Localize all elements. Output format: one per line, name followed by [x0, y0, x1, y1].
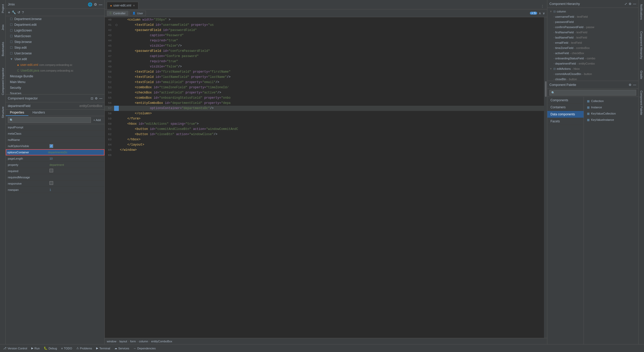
inspector-close-icon[interactable]: — [99, 97, 102, 100]
h-item-onboardingstatusfield[interactable]: · onboardingStatusField - combo [547, 56, 638, 61]
status-services[interactable]: ☁ Services [112, 344, 131, 352]
breadcrumb-form[interactable]: form [130, 340, 136, 343]
controller-tab[interactable]: C Controller [107, 11, 128, 16]
h-item-confirmpasswordfield[interactable]: · confirmPasswordField - passw [547, 24, 638, 30]
code-line-63: 63 </hbox> [105, 137, 544, 142]
status-debug[interactable]: 🐛 Debug [42, 344, 59, 352]
status-todo[interactable]: ≡ TODO [59, 344, 74, 352]
h-item-lastnamefield[interactable]: · lastNameField - textField [547, 35, 638, 40]
palette-cat-components[interactable]: Components [547, 97, 584, 104]
add-icon[interactable]: + [8, 10, 10, 15]
tree-item-main-menu[interactable]: Main Menu [6, 79, 104, 85]
palette-item-instance[interactable]: ▦ Instance [585, 104, 637, 110]
tree-item-mainscreen[interactable]: ☐ MainScreen [6, 33, 104, 39]
palette-item-keyvalueinstance[interactable]: ▦ KeyValueInstance [585, 117, 637, 123]
tab-properties[interactable]: Properties [6, 110, 28, 116]
h-item-timezonefield[interactable]: · timeZoneField - comboBox [547, 45, 638, 51]
tree-item-sources[interactable]: Sources [6, 91, 104, 94]
breadcrumb-entitycombobox[interactable]: entityComboBox [151, 340, 172, 343]
hierarchy-settings-icon[interactable]: ⚙ [629, 2, 631, 6]
h-item-emailfield[interactable]: · emailField - textField [547, 40, 638, 45]
settings-tool-icon[interactable]: 🔧 [12, 10, 16, 14]
hierarchy-minimize-icon[interactable]: — [633, 2, 636, 6]
h-item-firstnamefield[interactable]: · firstNameField - textField [547, 30, 638, 35]
tree-item-step-edit[interactable]: ☐ Step.edit [6, 45, 104, 51]
tab-handlers[interactable]: Handlers [28, 110, 49, 116]
editor-more-btn[interactable]: ⋮ [540, 3, 545, 9]
h-item-activefield[interactable]: · activeField - checkBox [547, 51, 638, 56]
checkbox-unchecked-2[interactable] [49, 181, 53, 185]
user-tab[interactable]: 👤 User [129, 11, 146, 16]
tree-item-loginscreen[interactable]: ☐ LoginScreen [6, 28, 104, 33]
file-name: Step.edit [14, 46, 27, 49]
inspector-panel-icon[interactable]: ⊡ [91, 97, 93, 100]
h-item-departmentfield[interactable]: · departmentField - entityCombo [547, 61, 638, 66]
tab-close-btn[interactable]: ✕ [133, 4, 135, 7]
minimize-icon[interactable]: — [99, 2, 102, 7]
breadcrumb-column[interactable]: column [139, 340, 148, 343]
inspector-settings-icon[interactable]: ⚙ [95, 97, 98, 100]
checkbox-checked[interactable]: ✓ [49, 144, 53, 148]
badge-count[interactable]: ✓ 5 [530, 12, 537, 15]
prop-row-optionscontainer[interactable]: optionsContainer departmentsDc [6, 149, 104, 155]
tree-item-security[interactable]: Security [6, 85, 104, 91]
status-run[interactable]: ▶ Run [29, 344, 42, 352]
editor-tab-bar: ■ user-edit.xml ✕ ⋮ [105, 0, 547, 9]
palette-minimize-icon[interactable]: — [633, 83, 636, 87]
h-item-name: editActions [557, 67, 571, 70]
h-item-editactions[interactable]: ▼ ⊟ editActions - hbox [547, 66, 638, 71]
jmix-tab[interactable]: Jmix [1, 21, 5, 34]
help-icon[interactable]: ? [22, 10, 24, 14]
status-terminal[interactable]: ▶ Terminal [94, 344, 112, 352]
hierarchy-expand-icon[interactable]: ⤢ [624, 2, 627, 6]
h-item-usernamefield[interactable]: · usernameField - textField [547, 14, 638, 19]
component-palette-side-tab[interactable]: Component Palette [639, 87, 644, 118]
palette-cat-facets[interactable]: Facets [547, 118, 584, 125]
prop-name: property [8, 163, 49, 166]
settings-icon[interactable]: ⚙ [94, 2, 97, 7]
inspector-search-input[interactable] [8, 117, 91, 123]
line-gutter [114, 137, 119, 142]
line-num: 46 [105, 48, 114, 54]
palette-settings-icon[interactable]: ⚙ [629, 83, 631, 87]
add-property-button[interactable]: + Add [92, 118, 102, 122]
tree-item-user-edit[interactable]: ▼ User.edit [6, 56, 104, 62]
palette-item-collection[interactable]: ▦ Collection [585, 98, 637, 104]
collapse-icon[interactable]: ∧ [539, 11, 541, 15]
tree-item-user-edit-java[interactable]: C UserEdit.java com.company.onboarding.s… [6, 68, 104, 73]
tree-item-department-edit[interactable]: ☐ Department.edit [6, 22, 104, 28]
tree-item-step-browse[interactable]: ☐ Step.browse [6, 39, 104, 45]
project-tab[interactable]: Project [1, 1, 5, 16]
palette-search-input[interactable] [549, 90, 636, 96]
status-version-control[interactable]: ⎇ Version Control [1, 344, 29, 352]
tree-item-message-bundle[interactable]: Message Bundle [6, 73, 104, 79]
status-dependencies[interactable]: ↔ Dependencies [131, 344, 158, 352]
h-item-column[interactable]: ▼ ⊟ column [547, 9, 638, 14]
expand-icon[interactable]: ∨ [543, 11, 545, 15]
line-num: 62 [105, 132, 114, 137]
bookmarks-tab[interactable]: Bookmarks [1, 39, 5, 59]
tree-item-user-browse[interactable]: ☐ User.browse [6, 51, 104, 56]
breadcrumb-layout[interactable]: layout [119, 340, 127, 343]
prop-value: ✓ [49, 144, 102, 148]
palette-cat-containers[interactable]: Containers [547, 104, 584, 111]
tree-item-user-edit-xml[interactable]: ■ user-edit.xml com.company.onboarding.s… [6, 62, 104, 68]
checkbox-unchecked[interactable] [49, 169, 53, 172]
h-item-passwordfield[interactable]: · passwordField [547, 19, 638, 24]
component-hierarchy-side-tab[interactable]: Component Hierarchy [639, 28, 644, 62]
tree-item-department-browse[interactable]: ☐ Department.browse [6, 16, 104, 22]
editor-tab-user-edit[interactable]: ■ user-edit.xml ✕ [107, 2, 138, 9]
status-problems[interactable]: ⚠ Problems [74, 344, 94, 352]
palette-cat-data-components[interactable]: Data components [547, 111, 584, 118]
globe-icon[interactable]: 🌐 [88, 2, 92, 7]
component-inspector-tab[interactable]: Component Inspector [1, 65, 5, 98]
breadcrumb-window[interactable]: window [107, 340, 116, 343]
notifications-side-tab[interactable]: Notifications [639, 1, 644, 23]
refresh-icon[interactable]: ↺ [17, 10, 20, 14]
structure-tab[interactable]: Structure [1, 103, 5, 121]
scroll-thumb[interactable] [545, 81, 547, 97]
h-item-commitandclosebtn[interactable]: · commitAndCloseBtn - button [547, 71, 638, 77]
h-item-closebtn[interactable]: · closeBtn - button [547, 77, 638, 81]
palette-item-keyvaluecollection[interactable]: ▦ KeyValueCollection [585, 110, 637, 117]
gradle-side-tab[interactable]: Gradle [639, 67, 644, 82]
